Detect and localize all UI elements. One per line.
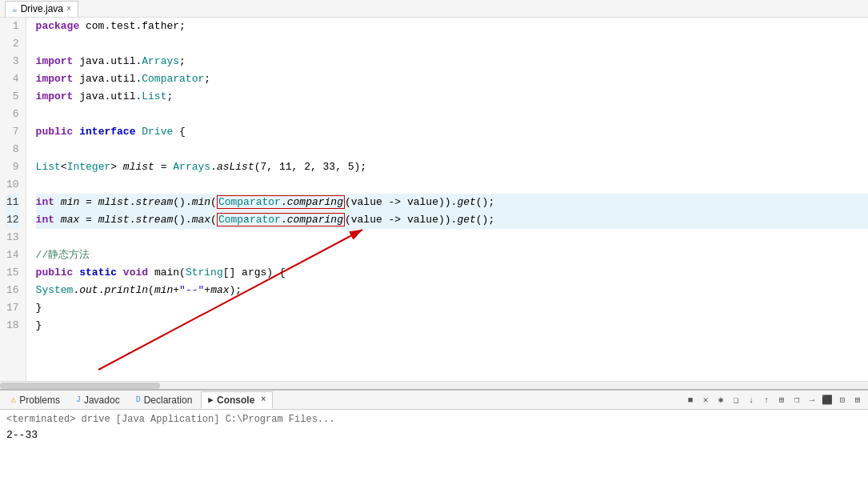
filename: Drive.java	[21, 3, 63, 14]
console-output-line: 2--33	[6, 427, 862, 443]
console-content: <terminated> drive [Java Application] C:…	[0, 410, 868, 477]
tab-console[interactable]: ▶ Console ×	[201, 391, 273, 409]
code-line-9: List<Integer> mlist = Arrays.asList(7, 1…	[36, 158, 868, 176]
horizontal-scrollbar[interactable]	[0, 381, 868, 389]
problems-label: Problems	[19, 395, 60, 406]
bottom-tabs: ⚠ Problems J Javadoc D Declaration ▶ Con…	[0, 391, 868, 410]
tab-javadoc[interactable]: J Javadoc	[69, 391, 127, 409]
code-line-15: public static void main(String[] args) {	[36, 264, 868, 282]
close-icon[interactable]: ×	[66, 5, 71, 14]
problems-icon: ⚠	[10, 394, 16, 406]
toolbar-btn-up[interactable]: ↑	[759, 393, 774, 407]
code-line-8	[36, 141, 868, 158]
toolbar-btn-stop[interactable]: ■	[683, 393, 698, 407]
tab-problems[interactable]: ⚠ Problems	[3, 391, 67, 409]
code-line-18: }	[36, 317, 868, 335]
toolbar-btn-arrow[interactable]: →	[805, 393, 819, 407]
scrollbar-thumb[interactable]	[0, 383, 160, 389]
console-terminated-line: <terminated> drive [Java Application] C:…	[6, 411, 862, 427]
code-line-4: import java.util.Comparator;	[36, 70, 868, 88]
editor-container: 1 2 3 4 5 6 7 8 9 10 11 12 13 14 15 16 1…	[0, 18, 868, 389]
editor-tab[interactable]: ☕ Drive.java ×	[5, 1, 78, 17]
tab-declaration[interactable]: D Declaration	[129, 391, 200, 409]
code-line-2	[36, 35, 868, 53]
code-line-13	[36, 229, 868, 247]
code-line-14: //静态方法	[36, 247, 868, 264]
code-area[interactable]: package com.test.father; import java.uti…	[26, 18, 868, 381]
toolbar-btn-grid1[interactable]: ⊞	[774, 393, 789, 407]
code-line-7: public interface Drive {	[36, 123, 868, 141]
toolbar-btn-clear[interactable]: ✕	[698, 393, 713, 407]
editor-area: 1 2 3 4 5 6 7 8 9 10 11 12 13 14 15 16 1…	[0, 18, 868, 381]
console-close[interactable]: ×	[261, 395, 266, 404]
code-line-12: int max = mlist.stream().max(Comparator.…	[36, 211, 868, 229]
toolbar-btn-view1[interactable]: ⊡	[835, 393, 850, 407]
code-line-10	[36, 176, 868, 194]
toolbar-btn-copy[interactable]: ❐	[790, 393, 804, 407]
terminated-text: <terminated> drive [Java Application] C:…	[6, 414, 334, 425]
code-line-17: }	[36, 299, 868, 317]
code-line-3: import java.util.Arrays;	[36, 53, 868, 70]
code-line-5: import java.util.List;	[36, 88, 868, 106]
console-icon: ▶	[208, 395, 214, 405]
code-line-1: package com.test.father;	[36, 18, 868, 35]
toolbar-btn-square[interactable]: ⬛	[820, 393, 834, 407]
declaration-icon: D	[136, 395, 141, 404]
bottom-panel: ⚠ Problems J Javadoc D Declaration ▶ Con…	[0, 389, 868, 477]
toolbar-btn-down[interactable]: ↓	[744, 393, 758, 407]
file-icon: ☕	[12, 4, 18, 14]
javadoc-label: Javadoc	[84, 395, 120, 406]
code-line-6	[36, 106, 868, 123]
toolbar-btn-scroll[interactable]: ✱	[714, 393, 728, 407]
console-label: Console	[217, 395, 254, 406]
line-numbers: 1 2 3 4 5 6 7 8 9 10 11 12 13 14 15 16 1…	[0, 18, 26, 381]
code-line-16: System.out.println(min+"--"+max);	[36, 282, 868, 299]
console-output: 2--33	[6, 429, 38, 441]
toolbar-btn-view2[interactable]: ⊞	[850, 393, 865, 407]
console-toolbar: ■ ✕ ✱ ❑ ↓ ↑ ⊞ ❐ → ⬛ ⊡ ⊞	[683, 393, 865, 407]
toolbar-btn-pin[interactable]: ❑	[729, 393, 743, 407]
title-bar: ☕ Drive.java ×	[0, 0, 868, 18]
declaration-label: Declaration	[144, 395, 193, 406]
javadoc-icon: J	[76, 395, 81, 404]
code-line-11: int min = mlist.stream().min(Comparator.…	[36, 194, 868, 211]
